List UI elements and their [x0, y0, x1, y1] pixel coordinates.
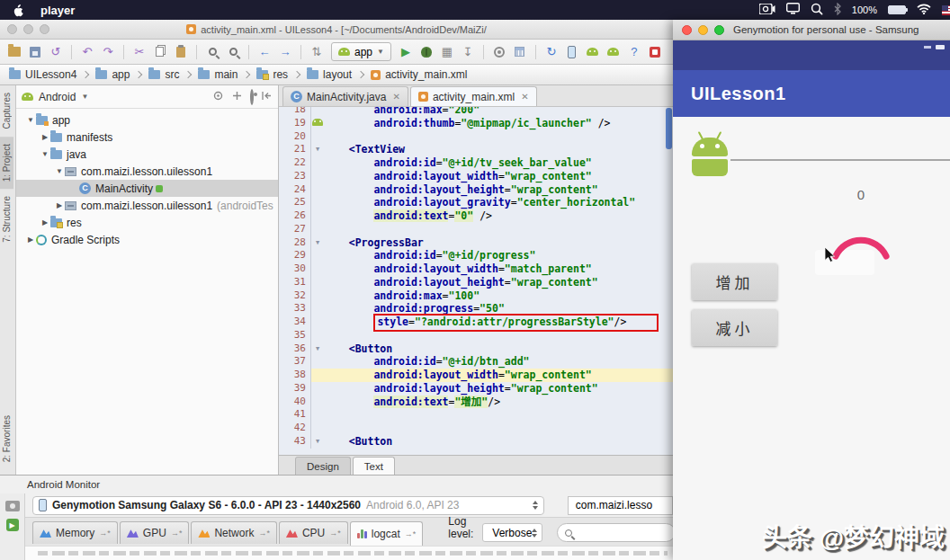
close-icon[interactable]: ✕: [521, 92, 528, 102]
seekbar-thumb-android-icon[interactable]: [689, 131, 730, 180]
screenshot-icon[interactable]: [5, 501, 20, 511]
battery-icon[interactable]: [888, 5, 906, 14]
monitor-tab-cpu[interactable]: CPU→*: [279, 521, 348, 544]
paste-icon[interactable]: [172, 43, 190, 61]
tree-collapse-arrow[interactable]: ▶: [40, 218, 50, 227]
log-level-select[interactable]: Verbose: [482, 523, 542, 542]
tool-window-button[interactable]: 7: Structure: [0, 189, 13, 250]
cut-icon[interactable]: ✂: [130, 43, 148, 61]
tree-row[interactable]: ▶manifests: [16, 129, 278, 146]
device-dropdown[interactable]: Genymotion Samsung Galaxy S6 - 6.0.0 - A…: [32, 496, 544, 515]
screen-record-icon[interactable]: ▶: [6, 519, 19, 531]
increase-button[interactable]: 增加: [692, 263, 777, 300]
monitor-tab-logcat[interactable]: logcat→*: [350, 521, 424, 546]
undo-icon[interactable]: ↶: [78, 43, 96, 61]
display-icon[interactable]: [786, 3, 800, 17]
zoom-button[interactable]: [714, 25, 724, 35]
wifi-icon[interactable]: [917, 4, 931, 17]
editor-tab[interactable]: activity_main.xml✕: [410, 86, 537, 106]
android-device-monitor-icon[interactable]: [605, 43, 623, 61]
monitor-tab-network[interactable]: Network→*: [191, 521, 277, 544]
spotlight-icon[interactable]: [811, 3, 823, 18]
close-button[interactable]: [682, 25, 692, 35]
monitor-tab-gpu[interactable]: GPU→*: [120, 521, 190, 544]
debug-icon[interactable]: [417, 43, 435, 61]
editor-scrollbar[interactable]: [666, 108, 672, 149]
close-icon[interactable]: ✕: [392, 92, 399, 102]
tree-expand-arrow[interactable]: ▼: [54, 167, 65, 175]
editor-tab[interactable]: CMainActivity.java✕: [282, 86, 408, 106]
open-icon[interactable]: [5, 43, 23, 61]
breadcrumb-item[interactable]: main: [198, 68, 238, 81]
tab-text[interactable]: Text: [353, 457, 395, 475]
screen-record-icon[interactable]: [759, 4, 775, 17]
locate-file-icon[interactable]: [212, 90, 224, 104]
logcat-output[interactable]: [25, 546, 673, 560]
breadcrumb-item[interactable]: layout: [307, 68, 352, 81]
tree-row[interactable]: ▼app: [16, 111, 278, 129]
seekbar-track[interactable]: [730, 159, 950, 161]
tool-window-button[interactable]: 1: Project: [0, 137, 13, 189]
tree-row[interactable]: ▼com.maizi.lesson.uilesson1: [16, 163, 278, 180]
run-configuration-dropdown[interactable]: app ▼: [331, 42, 391, 61]
tree-collapse-arrow[interactable]: ▶: [54, 201, 65, 209]
minimize-button[interactable]: [23, 24, 33, 34]
gear-icon[interactable]: [250, 91, 254, 103]
apple-menu-icon[interactable]: [13, 4, 24, 17]
run-icon[interactable]: ▶: [397, 43, 415, 61]
find-icon[interactable]: [203, 43, 221, 61]
breadcrumb-item[interactable]: app: [95, 68, 130, 81]
breadcrumb-item[interactable]: res: [256, 68, 288, 81]
breadcrumb-item[interactable]: src: [148, 68, 179, 81]
tree-row[interactable]: ▶Gradle Scripts: [16, 231, 278, 248]
forward-icon[interactable]: →: [276, 43, 294, 61]
replace-icon[interactable]: [224, 43, 242, 61]
settings-icon[interactable]: [490, 43, 508, 61]
save-icon[interactable]: [26, 43, 44, 61]
tree-collapse-arrow[interactable]: ▶: [40, 133, 50, 141]
tab-design[interactable]: Design: [295, 457, 351, 475]
translation-editor-icon[interactable]: [646, 43, 664, 61]
editor[interactable]: CMainActivity.java✕activity_main.xml✕ 18…: [279, 85, 673, 475]
coverage-icon[interactable]: ▦: [438, 43, 456, 61]
bluetooth-icon[interactable]: [834, 3, 841, 18]
export-icon[interactable]: ⇅: [308, 43, 326, 61]
sync-icon[interactable]: ↺: [47, 43, 65, 61]
logcat-search-input[interactable]: [557, 523, 673, 542]
copy-icon[interactable]: [151, 43, 169, 61]
process-dropdown[interactable]: com.maizi.lesso: [568, 496, 673, 515]
back-icon[interactable]: ←: [255, 43, 273, 61]
tree-row[interactable]: ▶res: [16, 214, 278, 231]
tree-row[interactable]: CMainActivity: [16, 180, 278, 197]
tree-row[interactable]: ▼java: [16, 146, 278, 163]
gradle-sync-icon[interactable]: ↻: [542, 43, 560, 61]
decrease-button[interactable]: 减小: [692, 309, 777, 346]
monitor-tab-memory[interactable]: Memory→*: [32, 521, 118, 544]
breadcrumb-item[interactable]: UILesson4: [9, 68, 76, 81]
redo-icon[interactable]: ↷: [99, 43, 117, 61]
tool-window-button[interactable]: 2: Favorites: [0, 408, 13, 469]
tree-expand-arrow[interactable]: ▼: [25, 116, 36, 124]
sdk-manager-icon[interactable]: [584, 43, 602, 61]
avd-manager-icon[interactable]: [563, 43, 581, 61]
close-button[interactable]: [7, 24, 17, 34]
hide-panel-icon[interactable]: [261, 90, 273, 104]
zoom-button[interactable]: [40, 24, 49, 34]
collapse-all-icon[interactable]: [231, 90, 243, 104]
tree-row[interactable]: ▶com.maizi.lesson.uilesson1(androidTes: [16, 197, 278, 214]
code-editor[interactable]: 18 android:max="200"19 android:thumb="@m…: [279, 107, 673, 455]
menubar-app-name[interactable]: player: [40, 4, 75, 17]
input-language-flag-icon[interactable]: [942, 5, 950, 15]
tree-expand-arrow[interactable]: ▼: [40, 150, 50, 158]
window-controls-inactive[interactable]: [7, 24, 49, 34]
project-view-selector[interactable]: Android: [39, 91, 76, 103]
project-structure-icon[interactable]: [511, 43, 529, 61]
window-controls[interactable]: [682, 25, 724, 35]
android-monitor-header[interactable]: Android Monitor: [0, 476, 673, 493]
minimize-button[interactable]: [698, 25, 708, 35]
help-icon[interactable]: ?: [625, 43, 643, 61]
attach-debugger-icon[interactable]: ↧: [459, 43, 477, 61]
tool-window-button[interactable]: Captures: [0, 85, 13, 137]
breadcrumb-item[interactable]: activity_main.xml: [371, 68, 467, 81]
tree-collapse-arrow[interactable]: ▶: [25, 236, 36, 244]
